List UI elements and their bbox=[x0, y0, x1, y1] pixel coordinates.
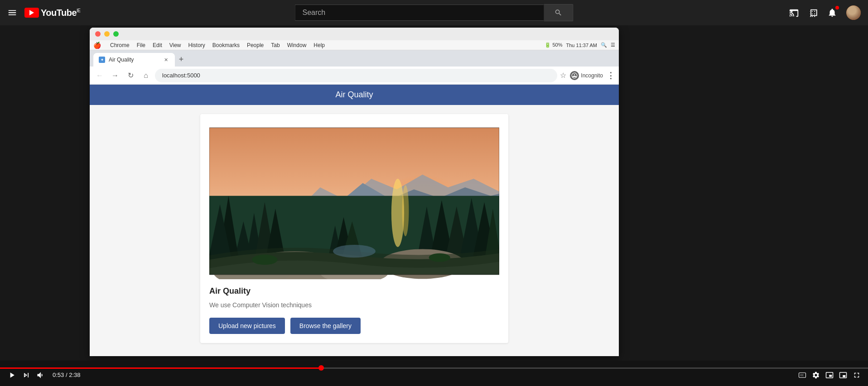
url-input[interactable] bbox=[155, 69, 557, 82]
webpage-buttons: Upload new pictures Browse the gallery bbox=[209, 318, 499, 334]
time-display: 0:53 / 2:38 bbox=[53, 372, 80, 378]
miniplayer-icon bbox=[839, 371, 847, 379]
search-bar bbox=[295, 4, 574, 21]
progress-fill bbox=[0, 367, 321, 369]
mac-titlebar bbox=[90, 28, 619, 40]
search-button[interactable] bbox=[544, 4, 574, 21]
youtube-logo[interactable]: YouTubeIE bbox=[24, 8, 81, 18]
youtube-logo-text: YouTubeIE bbox=[41, 8, 81, 18]
forward-button[interactable]: → bbox=[109, 69, 121, 82]
miniplayer-button[interactable] bbox=[839, 371, 847, 379]
svg-point-31 bbox=[252, 255, 277, 265]
tab-close-button[interactable]: ✕ bbox=[162, 56, 169, 63]
svg-point-30 bbox=[333, 245, 376, 257]
cc-button[interactable]: CC bbox=[798, 371, 806, 379]
webpage-body: Air Quality We use Computer Vision techn… bbox=[90, 105, 619, 352]
search-icon bbox=[555, 9, 563, 17]
svg-text:CC: CC bbox=[800, 374, 804, 376]
hamburger-menu-button[interactable] bbox=[7, 8, 17, 18]
player-controls-right: CC bbox=[798, 371, 861, 379]
mac-window-controls bbox=[95, 31, 119, 37]
mac-minimize-button[interactable] bbox=[104, 31, 110, 37]
youtube-bottombar: 0:53 / 2:38 CC bbox=[0, 361, 868, 386]
incognito-icon bbox=[570, 71, 579, 80]
tab-favicon: ✦ bbox=[99, 57, 105, 63]
back-button[interactable]: ← bbox=[93, 69, 106, 82]
browser-tabbar: ✦ Air Quality ✕ + bbox=[90, 50, 619, 67]
pip-icon bbox=[825, 371, 834, 379]
browse-gallery-button[interactable]: Browse the gallery bbox=[290, 318, 361, 334]
svg-point-32 bbox=[429, 253, 450, 262]
next-icon bbox=[22, 371, 31, 380]
mac-menu-history[interactable]: History bbox=[188, 42, 205, 48]
volume-button[interactable] bbox=[36, 371, 45, 380]
mac-menu-icon[interactable]: ☰ bbox=[611, 42, 615, 48]
browser-window: 🍎 Chrome File Edit View History Bookmark… bbox=[90, 28, 619, 356]
mac-menu-people[interactable]: People bbox=[247, 42, 264, 48]
mac-time: Thu 11:37 AM bbox=[566, 43, 598, 48]
mac-menu-edit[interactable]: Edit bbox=[153, 42, 162, 48]
main-video-area: 🍎 Chrome File Edit View History Bookmark… bbox=[0, 25, 868, 361]
mac-maximize-button[interactable] bbox=[113, 31, 119, 37]
mac-menu-tab[interactable]: Tab bbox=[271, 42, 280, 48]
fullscreen-icon bbox=[853, 371, 861, 379]
webpage-content: Air Quality bbox=[90, 85, 619, 356]
bookmark-star-button[interactable]: ☆ bbox=[560, 71, 566, 80]
incognito-label: Incognito bbox=[581, 72, 603, 79]
mac-menu-bookmarks[interactable]: Bookmarks bbox=[212, 42, 240, 48]
settings-button[interactable] bbox=[812, 371, 820, 379]
webpage-card-description: We use Computer Vision techniques bbox=[209, 301, 499, 309]
webpage-header-title: Air Quality bbox=[335, 90, 373, 99]
mac-menu-chrome[interactable]: Chrome bbox=[110, 42, 130, 48]
tab-title: Air Quality bbox=[109, 57, 159, 63]
browser-tab-active[interactable]: ✦ Air Quality ✕ bbox=[93, 53, 175, 67]
webpage-card-title: Air Quality bbox=[209, 286, 499, 296]
volume-icon bbox=[36, 371, 45, 380]
apps-button[interactable] bbox=[808, 8, 818, 18]
avatar-image bbox=[846, 5, 861, 20]
upload-button[interactable]: Upload new pictures bbox=[209, 318, 285, 334]
search-input[interactable] bbox=[295, 5, 544, 21]
fullscreen-button[interactable] bbox=[853, 371, 861, 379]
nature-image bbox=[209, 123, 499, 279]
mac-menubar-right: 🔋 50% Thu 11:37 AM 🔍 ☰ bbox=[545, 42, 615, 48]
mac-menu-window[interactable]: Window bbox=[287, 42, 307, 48]
new-tab-button[interactable]: + bbox=[175, 53, 188, 66]
cast-button[interactable] bbox=[789, 8, 799, 18]
webpage-card: Air Quality We use Computer Vision techn… bbox=[200, 114, 508, 343]
reload-button[interactable]: ↻ bbox=[124, 69, 137, 82]
progress-bar[interactable] bbox=[0, 367, 868, 369]
pip-button[interactable] bbox=[825, 371, 834, 379]
addressbar-right: ☆ Incognito ⋮ bbox=[560, 71, 615, 81]
webpage-header: Air Quality bbox=[90, 85, 619, 105]
notifications-button[interactable] bbox=[827, 8, 837, 18]
mac-search-icon[interactable]: 🔍 bbox=[601, 42, 607, 48]
next-button[interactable] bbox=[22, 371, 31, 380]
svg-point-25 bbox=[402, 185, 409, 236]
browser-addressbar: ← → ↻ ⌂ ☆ Incognito ⋮ bbox=[90, 67, 619, 85]
home-button[interactable]: ⌂ bbox=[140, 69, 152, 82]
youtube-topbar: YouTubeIE bbox=[0, 0, 868, 25]
notification-badge bbox=[835, 6, 839, 10]
browser-more-button[interactable]: ⋮ bbox=[607, 71, 615, 81]
youtube-logo-icon bbox=[24, 8, 39, 18]
mac-menu-file[interactable]: File bbox=[137, 42, 145, 48]
avatar[interactable] bbox=[846, 5, 861, 20]
play-button[interactable] bbox=[7, 371, 16, 380]
mac-menubar: 🍎 Chrome File Edit View History Bookmark… bbox=[90, 40, 619, 50]
mac-menu-help[interactable]: Help bbox=[313, 42, 325, 48]
mac-close-button[interactable] bbox=[95, 31, 101, 37]
mac-menu-view[interactable]: View bbox=[169, 42, 181, 48]
mac-apple-menu[interactable]: 🍎 bbox=[93, 42, 101, 49]
settings-icon bbox=[812, 371, 820, 379]
incognito-indicator: Incognito bbox=[570, 71, 603, 80]
play-icon bbox=[7, 371, 16, 380]
notifications-container bbox=[827, 8, 837, 18]
progress-dot bbox=[318, 365, 324, 371]
cc-icon: CC bbox=[798, 371, 806, 379]
player-controls: 0:53 / 2:38 CC bbox=[0, 369, 868, 380]
mac-battery: 🔋 50% bbox=[545, 42, 562, 48]
